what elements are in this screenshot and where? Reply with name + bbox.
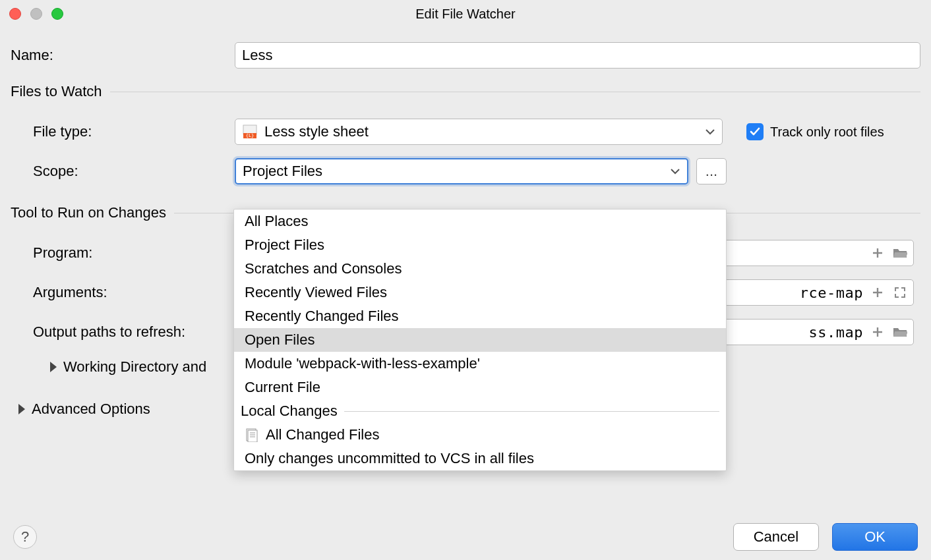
close-window-button[interactable] <box>9 8 21 20</box>
output-paths-label: Output paths to refresh: <box>11 323 235 341</box>
scope-option-recently-viewed[interactable]: Recently Viewed Files <box>234 281 726 304</box>
section-files-to-watch-label: Files to Watch <box>11 83 102 100</box>
file-type-label: File type: <box>11 123 235 140</box>
ok-button[interactable]: OK <box>832 523 918 551</box>
triangle-right-icon <box>18 404 25 414</box>
working-directory-label: Working Directory and <box>63 358 206 376</box>
scope-option-project-files[interactable]: Project Files <box>234 233 726 257</box>
scope-option-all-changed-files[interactable]: All Changed Files <box>234 423 726 447</box>
scope-option-module[interactable]: Module 'webpack-with-less-example' <box>234 352 726 376</box>
insert-macro-button[interactable] <box>870 245 886 261</box>
track-root-files-label: Track only root files <box>770 125 884 140</box>
scope-select[interactable]: Project Files <box>235 158 688 184</box>
scope-option-recently-changed[interactable]: Recently Changed Files <box>234 304 726 328</box>
ellipsis-icon: ... <box>706 163 717 180</box>
scope-section-local-changes: Local Changes <box>234 399 726 423</box>
cancel-button[interactable]: Cancel <box>733 523 819 551</box>
window-title: Edit File Watcher <box>415 7 516 22</box>
svg-text:{L}: {L} <box>246 133 255 138</box>
scope-label: Scope: <box>11 163 235 180</box>
scope-option-current-file[interactable]: Current File <box>234 376 726 399</box>
track-root-files-checkbox[interactable]: Track only root files <box>746 123 884 140</box>
triangle-right-icon <box>50 362 57 372</box>
scope-option-cutoff[interactable]: Only changes uncommitted to VCS in all f… <box>234 447 726 470</box>
name-label: Name: <box>11 47 235 64</box>
scope-option-open-files[interactable]: Open Files <box>234 328 726 352</box>
browse-folder-button[interactable] <box>892 245 908 261</box>
scope-browse-button[interactable]: ... <box>696 158 727 184</box>
svg-rect-4 <box>248 430 257 442</box>
expand-field-button[interactable] <box>892 285 908 300</box>
minimize-window-button[interactable] <box>30 8 42 20</box>
scope-value: Project Files <box>243 163 322 180</box>
name-input[interactable] <box>235 42 920 69</box>
scope-option-scratches[interactable]: Scratches and Consoles <box>234 257 726 281</box>
file-type-select[interactable]: {L} Less style sheet <box>235 119 723 145</box>
section-files-to-watch: Files to Watch <box>11 83 920 100</box>
help-icon: ? <box>21 528 29 546</box>
maximize-window-button[interactable] <box>51 8 63 20</box>
insert-macro-button[interactable] <box>870 285 886 300</box>
less-file-icon: {L} <box>242 124 258 140</box>
window-controls <box>9 8 63 20</box>
chevron-down-icon <box>705 128 715 135</box>
arguments-label: Arguments: <box>11 284 235 301</box>
file-type-value: Less style sheet <box>264 123 369 140</box>
checkbox-checked-icon <box>746 123 764 140</box>
changed-files-icon <box>245 428 259 442</box>
browse-folder-button[interactable] <box>892 324 908 340</box>
scope-option-all-places[interactable]: All Places <box>234 210 726 233</box>
chevron-down-icon <box>670 168 680 175</box>
program-label: Program: <box>11 244 235 262</box>
scope-dropdown-popup: All Places Project Files Scratches and C… <box>233 209 727 471</box>
window-titlebar: Edit File Watcher <box>0 0 931 28</box>
insert-macro-button[interactable] <box>870 324 886 340</box>
section-tool-to-run-label: Tool to Run on Changes <box>11 204 166 221</box>
help-button[interactable]: ? <box>13 525 37 549</box>
advanced-options-label: Advanced Options <box>32 401 150 418</box>
